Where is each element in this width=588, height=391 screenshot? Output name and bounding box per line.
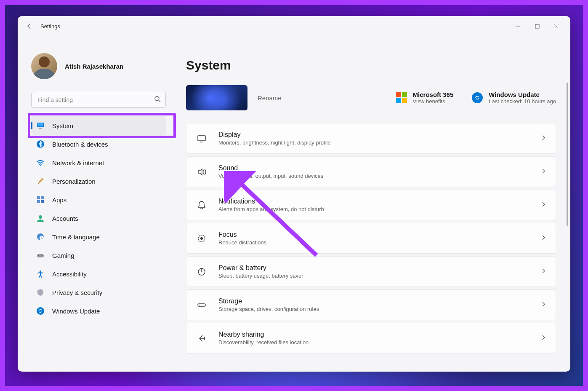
card-display[interactable]: Display Monitors, brightness, night ligh…	[186, 123, 556, 154]
rename-link[interactable]: Rename	[258, 94, 282, 102]
wifi-icon	[36, 158, 45, 167]
card-nearby-sharing[interactable]: Nearby sharing Discoverability, received…	[186, 323, 556, 354]
svg-line-5	[159, 100, 160, 102]
minimize-button[interactable]	[508, 20, 527, 32]
minimize-icon	[515, 24, 520, 29]
nav-accessibility[interactable]: Accessibility	[31, 265, 166, 283]
card-title: Focus	[218, 231, 266, 238]
monitor-icon	[36, 121, 45, 130]
card-focus[interactable]: Focus Reduce distractions	[186, 223, 556, 254]
svg-point-30	[199, 305, 200, 305]
card-storage[interactable]: Storage Storage space, drives, configura…	[186, 289, 556, 320]
nav-accounts[interactable]: Accounts	[31, 209, 166, 228]
svg-point-20	[42, 255, 43, 256]
nav-label: Network & internet	[52, 159, 104, 166]
card-sub: Storage space, drives, configuration rul…	[218, 306, 319, 312]
card-sub: Volume levels, output, input, sound devi…	[218, 173, 323, 179]
svg-point-22	[37, 307, 44, 315]
sound-icon	[196, 166, 208, 178]
svg-rect-13	[37, 200, 40, 203]
ms365-block[interactable]: Microsoft 365 View benefits	[396, 91, 454, 104]
titlebar: Settings	[18, 16, 570, 36]
nav-label: Bluetooth & devices	[52, 141, 108, 148]
svg-rect-8	[39, 128, 42, 129]
card-title: Sound	[218, 164, 323, 172]
chevron-right-icon	[540, 268, 546, 276]
svg-rect-18	[37, 254, 44, 257]
profile-name: Atish Rajasekharan	[65, 63, 123, 70]
nav-apps[interactable]: Apps	[31, 190, 166, 209]
maximize-button[interactable]	[527, 20, 547, 32]
storage-icon	[196, 299, 208, 311]
chevron-right-icon	[540, 301, 546, 309]
svg-point-21	[40, 270, 41, 272]
card-sub: Monitors, brightness, night light, displ…	[218, 139, 331, 146]
svg-point-19	[38, 255, 39, 256]
arrow-left-icon	[26, 23, 33, 29]
bluetooth-icon	[36, 140, 45, 148]
card-title: Storage	[218, 297, 319, 305]
nav-list: System Bluetooth & devices Network & int…	[31, 116, 166, 320]
svg-rect-29	[198, 304, 205, 306]
card-sub: Sleep, battery usage, battery saver	[218, 273, 303, 279]
card-sound[interactable]: Sound Volume levels, output, input, soun…	[186, 156, 556, 187]
focus-icon	[196, 233, 208, 244]
card-sub: Alerts from apps and system, do not dist…	[218, 206, 324, 212]
nav-label: Gaming	[52, 252, 74, 259]
chevron-right-icon	[540, 135, 546, 142]
nav-bluetooth[interactable]: Bluetooth & devices	[31, 135, 166, 153]
nav-network[interactable]: Network & internet	[31, 153, 166, 172]
ms365-title: Microsoft 365	[413, 91, 454, 98]
sidebar: Atish Rajasekharan System Bluetooth & de…	[18, 36, 173, 372]
nav-label: Time & language	[52, 233, 100, 241]
close-button[interactable]	[547, 20, 566, 32]
scrollbar[interactable]	[567, 83, 568, 226]
nav-personalization[interactable]: Personalization	[31, 172, 166, 190]
brush-icon	[36, 177, 45, 185]
summary-row: Rename Microsoft 365 View benefits Windo…	[186, 85, 556, 110]
gamepad-icon	[36, 251, 45, 260]
chevron-right-icon	[540, 235, 546, 242]
card-sub: Reduce distractions	[218, 239, 266, 246]
nav-label: Windows Update	[52, 308, 100, 315]
search-input[interactable]	[31, 92, 166, 108]
apps-icon	[36, 196, 45, 204]
shield-icon	[36, 288, 45, 297]
nav-privacy[interactable]: Privacy & security	[31, 283, 166, 302]
svg-rect-12	[41, 196, 44, 199]
nav-label: Personalization	[52, 178, 96, 185]
nav-system[interactable]: System	[31, 116, 166, 135]
card-title: Display	[218, 131, 331, 139]
profile-block[interactable]: Atish Rajasekharan	[31, 36, 166, 88]
svg-rect-1	[535, 24, 539, 28]
maximize-icon	[535, 24, 540, 29]
window-title: Settings	[40, 23, 60, 29]
svg-rect-23	[198, 136, 205, 141]
card-title: Notifications	[218, 198, 324, 205]
search-container	[31, 92, 166, 108]
svg-rect-14	[41, 200, 44, 203]
nav-label: Privacy & security	[52, 289, 102, 296]
nav-gaming[interactable]: Gaming	[31, 246, 166, 265]
svg-point-10	[40, 165, 41, 166]
card-notifications[interactable]: Notifications Alerts from apps and syste…	[186, 190, 556, 220]
winupdate-block[interactable]: Windows Update Last checked: 10 hours ag…	[472, 91, 556, 104]
windows-update-icon	[472, 92, 483, 103]
card-title: Nearby sharing	[218, 331, 309, 338]
svg-point-15	[39, 215, 42, 219]
clock-globe-icon	[36, 233, 45, 241]
bell-icon	[196, 199, 208, 211]
avatar	[31, 53, 57, 79]
microsoft-logo-icon	[396, 92, 407, 103]
nav-windows-update[interactable]: Windows Update	[31, 302, 166, 320]
card-power[interactable]: Power & battery Sleep, battery usage, ba…	[186, 256, 556, 287]
page-title: System	[186, 58, 556, 72]
nav-label: Accounts	[52, 215, 78, 222]
back-button[interactable]	[22, 19, 37, 34]
chevron-right-icon	[540, 201, 546, 209]
search-icon	[154, 96, 161, 104]
nav-time-language[interactable]: Time & language	[31, 228, 166, 246]
card-title: Power & battery	[218, 264, 303, 272]
pc-thumbnail[interactable]	[186, 85, 247, 110]
accessibility-icon	[36, 270, 45, 278]
